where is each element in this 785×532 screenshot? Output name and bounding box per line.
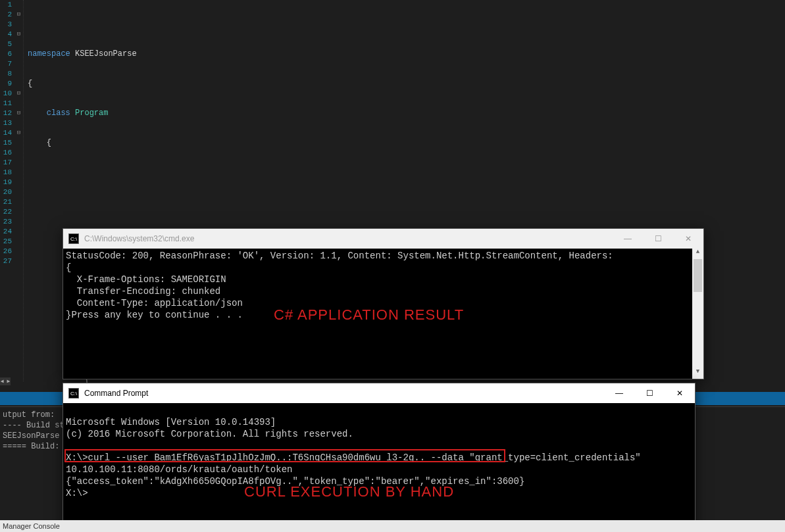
cmd2-annotation: CURL EXECUTION BY HAND xyxy=(244,483,454,500)
cmd-icon: C:\ xyxy=(68,388,79,399)
line-number-gutter: 1234567891011121314151617181920212223242… xyxy=(0,0,14,381)
cmd1-title-text: C:\Windows\system32\cmd.exe xyxy=(84,234,194,243)
minimize-button[interactable]: — xyxy=(613,229,643,249)
maximize-button[interactable]: ☐ xyxy=(634,383,665,403)
close-button[interactable]: ✕ xyxy=(673,229,703,249)
scroll-down-icon[interactable]: ▼ xyxy=(692,368,703,379)
cmd2-titlebar[interactable]: C:\ Command Prompt — ☐ ✕ xyxy=(63,383,695,403)
maximize-button[interactable]: ☐ xyxy=(643,229,673,249)
cmd1-titlebar[interactable]: C:\ C:\Windows\system32\cmd.exe — ☐ ✕ xyxy=(63,229,703,249)
fold-column[interactable]: ⊟⊟⊟⊟⊟ xyxy=(14,0,24,381)
cmd2-line: (c) 2016 Microsoft Corporation. All righ… xyxy=(66,429,353,439)
cmd-window-1[interactable]: C:\ C:\Windows\system32\cmd.exe — ☐ ✕ St… xyxy=(63,228,704,379)
cmd2-title-text: Command Prompt xyxy=(84,389,148,398)
cmd2-line: X:\>curl --user Bam1EfR6yasT1pJlhOzJmQ..… xyxy=(66,452,652,475)
cmd1-scrollbar[interactable]: ▲ ▼ xyxy=(692,249,703,379)
close-button[interactable]: ✕ xyxy=(665,383,695,403)
cmd2-line: Microsoft Windows [Version 10.0.14393] xyxy=(66,417,276,427)
cmd2-body[interactable]: Microsoft Windows [Version 10.0.14393] (… xyxy=(63,403,695,527)
cmd2-prompt: X:\> xyxy=(66,488,88,498)
scroll-thumb[interactable] xyxy=(694,259,702,292)
cmd1-annotation: C# APPLICATION RESULT xyxy=(274,306,464,324)
scroll-up-icon[interactable]: ▲ xyxy=(692,249,703,259)
cmd-icon: C:\ xyxy=(68,233,79,244)
minimize-button[interactable]: — xyxy=(604,383,634,403)
sash-toggle[interactable]: ◀ ▶ xyxy=(0,377,11,385)
status-bar[interactable]: Manager Console xyxy=(0,520,785,532)
status-text: Manager Console xyxy=(3,522,60,530)
cmd-window-2[interactable]: C:\ Command Prompt — ☐ ✕ Microsoft Windo… xyxy=(63,383,696,527)
